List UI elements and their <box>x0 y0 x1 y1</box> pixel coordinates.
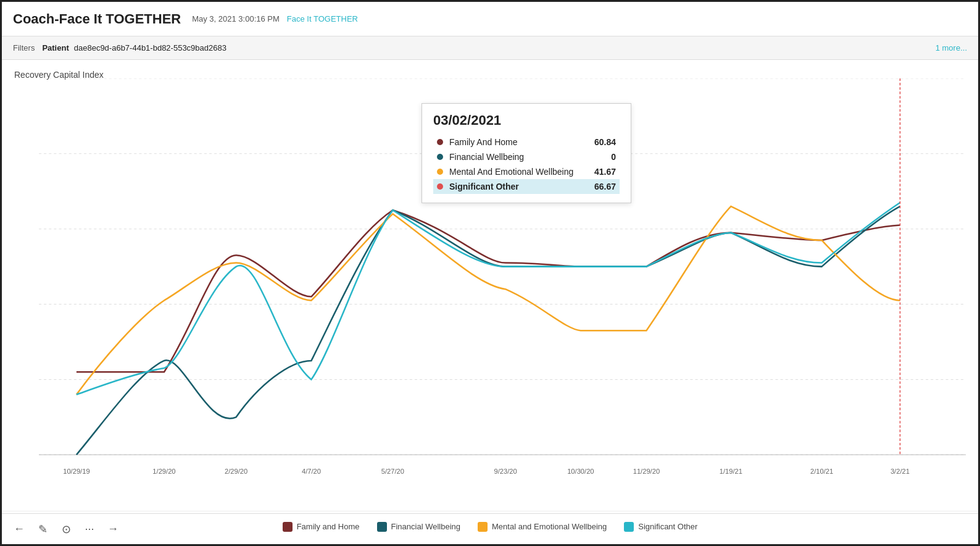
svg-text:10/29/19: 10/29/19 <box>63 468 89 475</box>
app-title: Coach-Face It TOGETHER <box>13 11 181 27</box>
header: Coach-Face It TOGETHER May 3, 2021 3:00:… <box>2 2 978 36</box>
svg-text:4/7/20: 4/7/20 <box>302 468 321 475</box>
tooltip: 03/02/2021 Family And Home 60.84 Financi… <box>421 103 631 203</box>
financial-dot <box>437 154 443 160</box>
significant-other-line <box>77 203 900 395</box>
tooltip-financial-label: Financial Wellbeing <box>449 152 585 162</box>
svg-text:1/19/21: 1/19/21 <box>720 468 742 475</box>
mental-dot <box>437 169 443 175</box>
tooltip-row-family: Family And Home 60.84 <box>433 135 620 149</box>
filters-bar: Filters Patient dae8ec9d-a6b7-44b1-bd82-… <box>2 36 978 60</box>
tooltip-mental-value: 41.67 <box>585 167 616 177</box>
tooltip-row-significant: Significant Other 66.67 <box>433 179 620 194</box>
svg-text:3/2/21: 3/2/21 <box>891 468 910 475</box>
tooltip-date: 03/02/2021 <box>433 112 620 128</box>
patient-label: Patient <box>42 43 69 52</box>
pencil-button[interactable]: ✎ <box>34 521 51 538</box>
tooltip-financial-value: 0 <box>585 152 616 162</box>
svg-text:5/27/20: 5/27/20 <box>381 468 404 475</box>
bottom-toolbar: ← ✎ ⊙ ··· → <box>2 513 978 544</box>
mental-wellbeing-line <box>77 206 900 395</box>
tooltip-row-mental: Mental And Emotional Wellbeing 41.67 <box>433 164 620 179</box>
svg-text:2/10/21: 2/10/21 <box>810 468 833 475</box>
filters-label: Filters <box>13 43 35 52</box>
dots-button[interactable]: ··· <box>81 521 98 538</box>
svg-text:2/29/20: 2/29/20 <box>225 468 247 475</box>
more-filters-link[interactable]: 1 more... <box>936 43 967 52</box>
financial-wellbeing-line <box>77 206 900 455</box>
circle-button[interactable]: ⊙ <box>57 521 75 538</box>
tooltip-significant-value: 66.67 <box>585 182 616 191</box>
family-dot <box>437 139 443 145</box>
svg-text:1/29/20: 1/29/20 <box>152 468 175 475</box>
svg-text:10/30/20: 10/30/20 <box>567 468 594 475</box>
forward-button[interactable]: → <box>104 521 122 538</box>
significant-dot <box>437 183 443 190</box>
chart-area: Recovery Capital Index 03/02/2021 Family… <box>2 60 978 511</box>
tooltip-row-financial: Financial Wellbeing 0 <box>433 149 620 164</box>
tooltip-family-label: Family And Home <box>449 137 585 147</box>
family-home-line <box>77 210 900 372</box>
chart-wrapper: Recovery Capital Index 03/02/2021 Family… <box>2 60 978 517</box>
svg-text:11/29/20: 11/29/20 <box>633 468 660 475</box>
header-date: May 3, 2021 3:00:16 PM <box>192 14 280 23</box>
tooltip-mental-label: Mental And Emotional Wellbeing <box>449 167 585 177</box>
tooltip-significant-label: Significant Other <box>449 182 585 191</box>
back-button[interactable]: ← <box>10 521 28 538</box>
patient-id: dae8ec9d-a6b7-44b1-bd82-553c9bad2683 <box>74 43 226 52</box>
svg-text:9/23/20: 9/23/20 <box>494 468 517 475</box>
face-it-together-link[interactable]: Face It TOGETHER <box>287 14 358 23</box>
tooltip-family-value: 60.84 <box>585 137 616 147</box>
